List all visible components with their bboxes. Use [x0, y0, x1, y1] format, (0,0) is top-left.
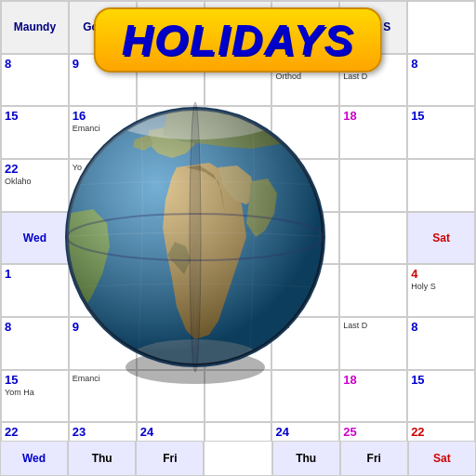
- cal-header-7: [407, 1, 475, 54]
- bottom-wed: Wed: [0, 441, 68, 476]
- cal-r5c6: [339, 264, 407, 317]
- cal-r1c7: 8: [407, 54, 475, 107]
- cal-r3c7: [407, 159, 475, 212]
- bottom-sat: Sat: [408, 441, 476, 476]
- cal-r6c7: 8: [407, 317, 475, 370]
- cal-r7c6: 18: [339, 370, 407, 423]
- cal-r7c7: 15: [407, 370, 475, 423]
- cal-r3c6: [339, 159, 407, 212]
- title-banner: HOLIDAYS: [94, 7, 382, 73]
- cal-day-sat-1: Sat: [407, 212, 475, 265]
- cal-header-1: Maundy: [1, 1, 69, 54]
- cal-r6c6: Last D: [339, 317, 407, 370]
- bottom-thu-2: Thu: [272, 441, 340, 476]
- cal-r2c6: 18: [339, 106, 407, 159]
- bottom-empty: [204, 441, 271, 476]
- cal-r5c7: 4Holy S: [407, 264, 475, 317]
- cal-r2c7: 15: [407, 106, 475, 159]
- globe: [56, 93, 335, 390]
- app-title: HOLIDAYS: [122, 16, 354, 64]
- bottom-day-row: Wed Thu Fri Thu Fri Sat: [0, 441, 476, 476]
- bottom-thu-1: Thu: [68, 441, 136, 476]
- bottom-fri-1: Fri: [136, 441, 204, 476]
- cal-r4c6: [339, 212, 407, 265]
- svg-point-12: [190, 102, 201, 372]
- bottom-fri-2: Fri: [340, 441, 408, 476]
